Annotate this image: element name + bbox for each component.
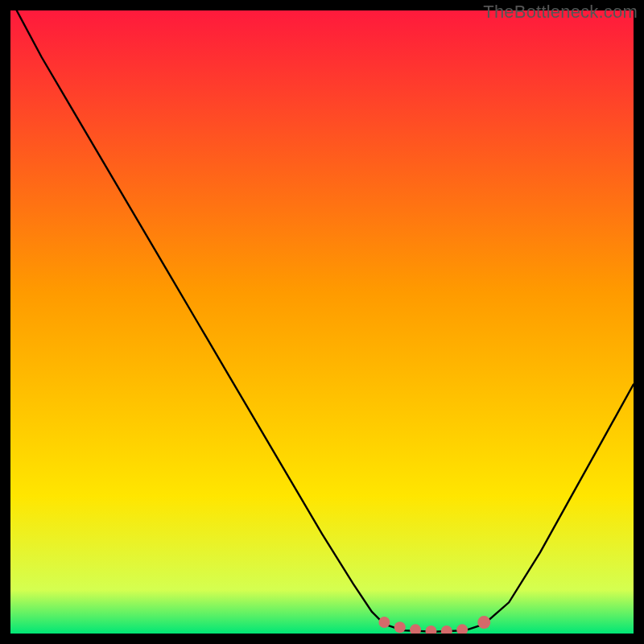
marker-min-flat-right xyxy=(477,616,490,629)
chart-svg xyxy=(10,10,634,634)
chart-background xyxy=(10,10,634,634)
watermark: TheBottleneck.com xyxy=(483,2,638,23)
marker-min-flat-left xyxy=(378,617,390,628)
marker-min-flat-1 xyxy=(394,621,406,633)
